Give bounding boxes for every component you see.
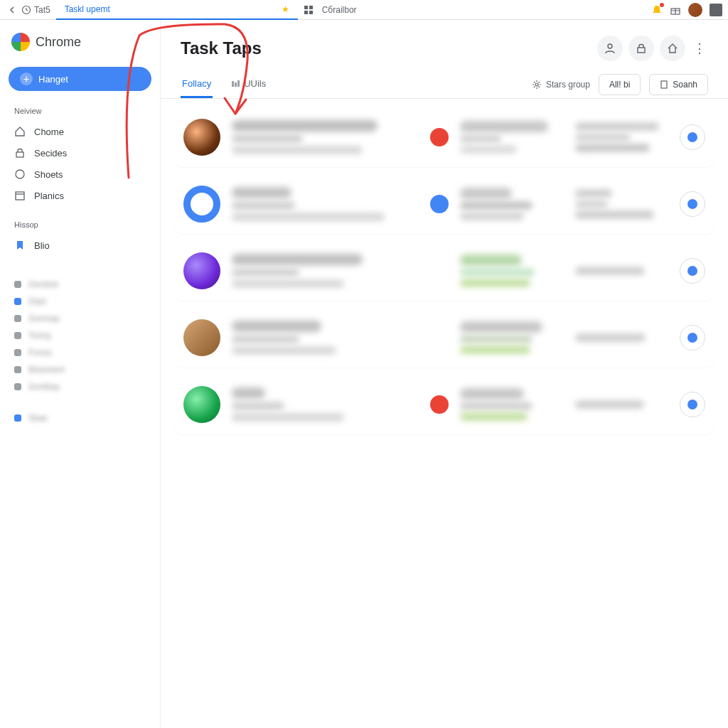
row-avatar: [183, 119, 220, 156]
user-avatar[interactable]: [688, 3, 702, 17]
svg-rect-4: [309, 11, 313, 14]
circle-icon: [14, 168, 26, 180]
lock-icon-button[interactable]: [628, 36, 654, 61]
sidebar: Chrome + Hanget Neiview Chome Secides Sh…: [0, 20, 161, 728]
nav-label: Secides: [34, 148, 67, 159]
svg-rect-2: [309, 6, 313, 9]
new-button-label: Hanget: [38, 74, 68, 85]
nav-item-security[interactable]: Secides: [9, 142, 151, 164]
active-tab-label: Taskl upemt: [65, 4, 276, 14]
svg-rect-6: [16, 152, 23, 157]
app-switcher-icon[interactable]: [710, 4, 722, 16]
chevron-left-icon[interactable]: [6, 4, 18, 16]
svg-rect-8: [16, 192, 24, 200]
filter-item[interactable]: Sontbay: [9, 378, 151, 395]
more-vertical-icon[interactable]: ⋮: [691, 36, 708, 61]
filter-section: Gentine Dast Somnay Tonny Fonos Blooment…: [9, 267, 151, 395]
brand: Chrome: [9, 33, 151, 51]
filter-item[interactable]: Somnay: [9, 310, 151, 327]
nav-label: Chome: [34, 127, 64, 137]
task-row[interactable]: [175, 308, 714, 368]
filter-item[interactable]: Dast: [9, 293, 151, 310]
svg-rect-12: [235, 82, 237, 87]
group-control[interactable]: Stars group: [532, 80, 590, 90]
filter-item[interactable]: Sbac: [9, 410, 151, 427]
nav-heading: Hissop: [9, 218, 151, 232]
user-icon-button[interactable]: [597, 36, 623, 61]
lock-icon: [14, 147, 26, 159]
page-header: Task Taps ⋮: [161, 20, 728, 71]
header-actions: ⋮: [597, 36, 708, 61]
grid-icon[interactable]: [304, 5, 314, 15]
bell-icon[interactable]: [651, 4, 663, 16]
inactive-tab-label[interactable]: Tat5: [34, 5, 50, 15]
filter-footer: Sbac: [9, 401, 151, 427]
check-toggle[interactable]: [680, 392, 705, 417]
toolbar: Follacy UUils Stars group All! bi Soanh: [161, 71, 728, 99]
task-row[interactable]: [175, 241, 714, 301]
svg-point-9: [608, 44, 612, 48]
main-content: Task Taps ⋮ Follacy: [161, 20, 728, 728]
task-list: [161, 99, 728, 450]
check-toggle[interactable]: [680, 191, 705, 217]
calendar-icon: [14, 190, 26, 201]
filter-item[interactable]: Fonos: [9, 344, 151, 361]
star-icon[interactable]: ★: [282, 4, 289, 14]
tabs: Follacy UUils: [181, 71, 267, 98]
nav-item-home[interactable]: Chome: [9, 121, 151, 142]
row-avatar: [183, 386, 220, 423]
collab-label[interactable]: Cбrailbor: [322, 5, 357, 15]
nav-label: Planics: [34, 191, 64, 201]
browser-right: [651, 3, 722, 17]
nav-section-history: Hissop Blio: [9, 218, 151, 256]
chrome-logo-icon: [11, 33, 30, 51]
home-icon-button[interactable]: [660, 36, 685, 61]
search-button[interactable]: Soanh: [649, 74, 708, 95]
tab-primary[interactable]: Follacy: [181, 71, 213, 98]
brand-name: Chrome: [36, 35, 81, 50]
filter-item[interactable]: Gentine: [9, 276, 151, 293]
svg-rect-11: [232, 81, 234, 87]
bars-icon: [231, 80, 240, 88]
check-toggle[interactable]: [680, 124, 705, 150]
svg-point-7: [16, 170, 24, 178]
browser-bar: Tat5 Taskl upemt ★ Cбrailbor: [0, 0, 728, 20]
task-row[interactable]: [175, 174, 714, 234]
status-indicator: [430, 195, 449, 213]
nav-heading: Neiview: [9, 104, 151, 118]
filter-button[interactable]: All! bi: [599, 74, 641, 95]
status-indicator: [430, 395, 449, 414]
svg-rect-10: [638, 48, 645, 53]
clock-icon: [21, 5, 31, 15]
nav-item-blog[interactable]: Blio: [9, 235, 151, 256]
home-icon: [14, 126, 26, 137]
filter-item[interactable]: Tonny: [9, 327, 151, 344]
svg-rect-13: [237, 80, 240, 87]
nav-label: Blio: [34, 240, 50, 251]
svg-rect-1: [304, 6, 308, 9]
filter-item[interactable]: Blooment: [9, 361, 151, 378]
doc-icon: [660, 80, 668, 89]
row-avatar: [183, 252, 220, 289]
gear-icon: [532, 80, 542, 90]
bookmark-icon: [14, 240, 26, 251]
tab-secondary[interactable]: UUils: [230, 71, 267, 98]
check-toggle[interactable]: [680, 258, 705, 284]
tab-back-group: Tat5: [6, 4, 50, 16]
active-tab[interactable]: Taskl upemt ★: [56, 0, 298, 20]
plus-icon: +: [20, 73, 33, 85]
task-row[interactable]: [175, 107, 714, 167]
svg-rect-15: [661, 81, 667, 88]
page-title: Task Taps: [181, 38, 262, 58]
toolbar-right: Stars group All! bi Soanh: [532, 74, 708, 95]
check-toggle[interactable]: [680, 325, 705, 350]
gift-icon[interactable]: [670, 4, 681, 16]
new-button[interactable]: + Hanget: [9, 67, 151, 91]
nav-item-sheets[interactable]: Shoets: [9, 164, 151, 185]
nav-item-planning[interactable]: Planics: [9, 185, 151, 206]
row-avatar: [183, 319, 220, 356]
status-indicator: [430, 128, 449, 146]
nav-section-overview: Neiview Chome Secides Shoets Planics: [9, 104, 151, 206]
svg-point-14: [535, 83, 538, 86]
task-row[interactable]: [175, 375, 714, 434]
